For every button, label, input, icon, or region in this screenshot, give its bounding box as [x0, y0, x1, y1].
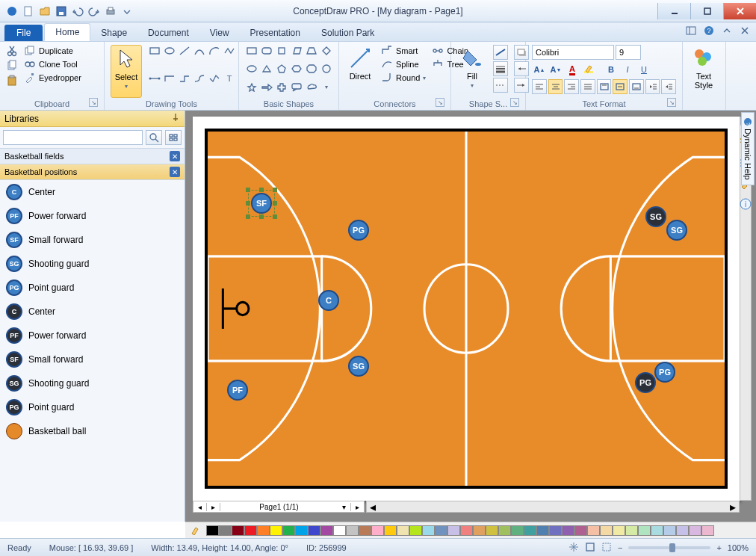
- shape-cross[interactable]: [275, 81, 288, 93]
- connector2-tool[interactable]: [163, 72, 176, 84]
- zoom-out[interactable]: −: [618, 543, 622, 552]
- eyedropper-button[interactable]: Eyedropper: [24, 72, 81, 84]
- curve-tool[interactable]: [193, 45, 206, 57]
- color-swatch[interactable]: [308, 525, 320, 536]
- color-swatch[interactable]: [384, 525, 397, 536]
- fill-button[interactable]: Fill▾: [457, 45, 487, 98]
- color-swatch[interactable]: [346, 525, 359, 536]
- polyline-tool[interactable]: [223, 45, 236, 57]
- horizontal-scrollbar[interactable]: ◂▸: [366, 501, 740, 513]
- connector4-tool[interactable]: [193, 72, 206, 84]
- color-swatch[interactable]: [574, 525, 587, 536]
- color-swatch[interactable]: [625, 525, 638, 536]
- color-swatch[interactable]: [498, 525, 511, 536]
- color-swatch[interactable]: [676, 525, 689, 536]
- color-swatch[interactable]: [663, 525, 676, 536]
- color-swatch[interactable]: [270, 525, 282, 536]
- color-swatch[interactable]: [549, 525, 562, 536]
- color-swatch[interactable]: [435, 525, 447, 536]
- color-swatch[interactable]: [295, 525, 308, 536]
- connector1-tool[interactable]: [148, 72, 161, 84]
- color-swatch[interactable]: [587, 525, 600, 536]
- court-marker-sg[interactable]: SG: [666, 220, 687, 241]
- tab-home[interactable]: Home: [44, 23, 90, 41]
- library-options[interactable]: [165, 130, 182, 145]
- select-tool[interactable]: Select▾: [111, 45, 142, 98]
- color-swatch[interactable]: [422, 525, 435, 536]
- shape-cloud[interactable]: [305, 81, 318, 93]
- shape-trap[interactable]: [305, 45, 318, 57]
- court-marker-sg[interactable]: SG: [348, 356, 369, 377]
- connector3-tool[interactable]: [178, 72, 191, 84]
- clipboard-launcher[interactable]: ↘: [89, 98, 98, 107]
- pin-icon[interactable]: [171, 113, 180, 124]
- shapestyle-launcher[interactable]: ↘: [510, 98, 519, 107]
- underline[interactable]: U: [636, 62, 651, 77]
- arc-tool[interactable]: [208, 45, 221, 57]
- color-swatch[interactable]: [232, 525, 244, 536]
- tab-shape[interactable]: Shape: [90, 25, 137, 41]
- align-right[interactable]: [564, 79, 579, 94]
- library-search[interactable]: [3, 130, 143, 145]
- mdi-close-icon[interactable]: [740, 25, 750, 36]
- shape-ellipse2[interactable]: [245, 63, 258, 75]
- indent-inc[interactable]: [661, 79, 676, 94]
- shape-diamond[interactable]: [320, 45, 333, 57]
- color-swatch[interactable]: [447, 525, 460, 536]
- shape-parallel[interactable]: [290, 45, 303, 57]
- round-connector[interactable]: Round▾: [381, 72, 426, 84]
- court-marker-sg[interactable]: SG: [645, 206, 666, 227]
- color-swatch[interactable]: [282, 525, 295, 536]
- line-color[interactable]: [493, 45, 508, 60]
- fit-icon[interactable]: [585, 542, 595, 554]
- color-swatch[interactable]: [333, 525, 346, 536]
- color-swatch[interactable]: [562, 525, 574, 536]
- text-style-button[interactable]: Text Style: [689, 45, 719, 107]
- zoom-in[interactable]: +: [716, 543, 721, 552]
- dynamic-help-tab[interactable]: ? Dynamic Help: [741, 112, 755, 185]
- italic[interactable]: I: [620, 62, 635, 77]
- copy-icon[interactable]: [6, 60, 18, 72]
- page[interactable]: SFPGCSGPFSGSGPGPG: [193, 117, 740, 501]
- color-swatch[interactable]: [638, 525, 651, 536]
- clone-tool-button[interactable]: Clone Tool: [24, 58, 81, 70]
- indent-dec[interactable]: [645, 79, 660, 94]
- shape-rect[interactable]: [245, 45, 258, 57]
- color-swatch[interactable]: [600, 525, 613, 536]
- color-swatch[interactable]: [409, 525, 422, 536]
- color-swatch[interactable]: [511, 525, 524, 536]
- font-size[interactable]: [616, 45, 641, 60]
- pan-icon[interactable]: [568, 542, 579, 554]
- color-swatch[interactable]: [524, 525, 536, 536]
- tab-view[interactable]: View: [199, 25, 240, 41]
- color-swatch[interactable]: [460, 525, 473, 536]
- line-dash[interactable]: [493, 78, 508, 93]
- tab-solution-park[interactable]: Solution Park: [311, 25, 385, 41]
- font-color[interactable]: A: [565, 62, 580, 77]
- collapse-ribbon-icon[interactable]: [722, 25, 732, 36]
- library-item[interactable]: SGShooting guard: [0, 371, 185, 395]
- duplicate-button[interactable]: Duplicate: [24, 45, 81, 57]
- shape-star[interactable]: [245, 81, 258, 93]
- shape-pentagon[interactable]: [275, 63, 288, 75]
- font-family[interactable]: [532, 45, 614, 60]
- valign-bot[interactable]: [629, 79, 644, 94]
- search-button[interactable]: [146, 130, 162, 145]
- shape-callout[interactable]: [290, 81, 303, 93]
- highlight[interactable]: [581, 62, 596, 77]
- tab-document[interactable]: Document: [137, 25, 199, 41]
- palette-picker-icon[interactable]: [190, 525, 202, 537]
- court-marker-pg[interactable]: PG: [635, 372, 656, 393]
- smart-connector[interactable]: Smart: [381, 45, 426, 57]
- close-lib-icon[interactable]: ✕: [170, 167, 180, 177]
- help-icon[interactable]: ?: [704, 25, 714, 36]
- shapes-more[interactable]: ▾: [320, 81, 333, 93]
- lib-basketball-positions[interactable]: Basketball positions✕: [0, 164, 185, 180]
- line-weight[interactable]: [493, 61, 508, 76]
- shrink-font[interactable]: A▼: [548, 62, 563, 77]
- align-justify[interactable]: [580, 79, 595, 94]
- spline-connector[interactable]: Spline: [381, 58, 426, 70]
- shape-roundrect[interactable]: [260, 45, 273, 57]
- color-swatch[interactable]: [359, 525, 371, 536]
- connector5-tool[interactable]: [208, 72, 221, 84]
